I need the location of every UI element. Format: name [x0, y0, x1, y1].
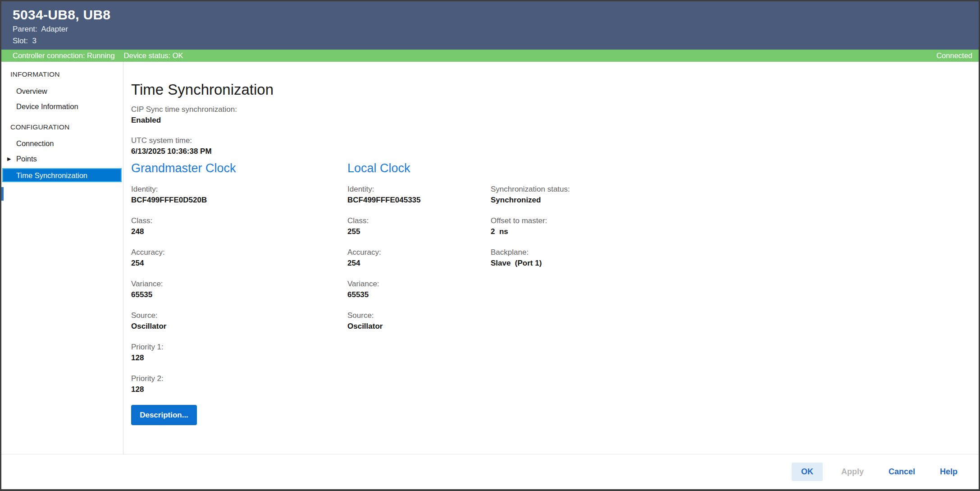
device-status: Device status: OK: [124, 51, 183, 60]
field-sync-status: Synchronization status: Synchronized: [491, 184, 689, 206]
device-properties-window: 5034-UB8, UB8 Parent: Adapter Slot: 3 Co…: [0, 0, 980, 491]
sidebar-item-overview[interactable]: Overview: [16, 86, 47, 96]
field-label: Variance:: [347, 279, 546, 289]
field-label: Variance:: [131, 279, 329, 289]
device-title: 5034-UB8, UB8: [13, 7, 979, 23]
footer: OK Apply Cancel Help: [1, 454, 979, 489]
help-button[interactable]: Help: [934, 463, 964, 481]
field-label: Source:: [347, 310, 546, 321]
field-label: Source:: [131, 310, 329, 321]
description-button[interactable]: Description...: [131, 405, 197, 425]
field-label: Class:: [131, 216, 329, 226]
field-value: 2 ns: [491, 226, 689, 237]
field-value: Synchronized: [491, 195, 689, 206]
field-label: CIP Sync time synchronization:: [131, 104, 237, 115]
sidebar-item-time-synchronization[interactable]: Time Synchronization: [2, 168, 122, 182]
status-bar: Controller connection: Running Device st…: [1, 50, 979, 62]
expand-arrow-icon[interactable]: ▶: [7, 154, 11, 164]
field-offset-to-master: Offset to master: 2 ns: [491, 216, 689, 237]
device-parent: Parent: Adapter: [13, 24, 979, 34]
field-label: Identity:: [131, 184, 329, 195]
connection-state-badge: Connected: [936, 51, 972, 60]
grandmaster-clock-column: Identity: BCF499FFFE0D520B Class: 248 Ac…: [131, 184, 329, 425]
focus-indicator: [1, 187, 4, 201]
field-value: 248: [131, 226, 329, 237]
field-value: 65535: [347, 289, 546, 300]
field-label: Priority 2:: [131, 373, 329, 384]
field-label: Backplane:: [491, 247, 689, 258]
ok-button[interactable]: OK: [792, 463, 823, 481]
sidebar-item-device-information[interactable]: Device Information: [16, 101, 78, 111]
field-gm-identity: Identity: BCF499FFFE0D520B: [131, 184, 329, 206]
main-panel: Time Synchronization CIP Sync time synch…: [124, 62, 979, 454]
header: 5034-UB8, UB8 Parent: Adapter Slot: 3: [1, 1, 979, 50]
field-local-source: Source: Oscillator: [347, 310, 546, 332]
field-label: Accuracy:: [131, 247, 329, 258]
sync-status-column: Synchronization status: Synchronized Off…: [491, 184, 689, 279]
sidebar-section-configuration: CONFIGURATION: [10, 123, 69, 132]
field-label: Priority 1:: [131, 342, 329, 353]
field-gm-variance: Variance: 65535: [131, 279, 329, 300]
grandmaster-clock-heading: Grandmaster Clock: [131, 161, 236, 176]
sidebar: INFORMATION Overview Device Information …: [1, 62, 123, 454]
field-value: 6/13/2025 10:36:38 PM: [131, 146, 212, 157]
apply-button[interactable]: Apply: [835, 463, 870, 481]
sidebar-item-connection[interactable]: Connection: [16, 138, 54, 148]
device-slot: Slot: 3: [13, 36, 979, 46]
field-gm-priority2: Priority 2: 128: [131, 373, 329, 395]
field-gm-source: Source: Oscillator: [131, 310, 329, 332]
field-value: 254: [131, 258, 329, 269]
field-value: 128: [131, 353, 329, 363]
field-backplane: Backplane: Slave (Port 1): [491, 247, 689, 269]
page-title: Time Synchronization: [131, 81, 273, 99]
field-gm-class: Class: 248: [131, 216, 329, 237]
local-clock-heading: Local Clock: [347, 161, 410, 176]
field-value: Oscillator: [131, 321, 329, 332]
field-gm-accuracy: Accuracy: 254: [131, 247, 329, 269]
field-cip-sync: CIP Sync time synchronization: Enabled: [131, 104, 237, 126]
sidebar-item-points[interactable]: Points: [16, 154, 37, 164]
field-value: Enabled: [131, 115, 237, 126]
cancel-button[interactable]: Cancel: [882, 463, 921, 481]
field-label: UTC system time:: [131, 135, 212, 146]
field-value: 65535: [131, 289, 329, 300]
field-gm-priority1: Priority 1: 128: [131, 342, 329, 363]
field-utc-system-time: UTC system time: 6/13/2025 10:36:38 PM: [131, 135, 212, 157]
field-value: Oscillator: [347, 321, 546, 332]
field-label: Offset to master:: [491, 216, 689, 226]
sidebar-section-information: INFORMATION: [10, 70, 60, 79]
field-value: Slave (Port 1): [491, 258, 689, 269]
field-local-variance: Variance: 65535: [347, 279, 546, 300]
controller-connection-status: Controller connection: Running: [13, 51, 115, 60]
field-value: BCF499FFFE0D520B: [131, 195, 329, 206]
field-value: 128: [131, 384, 329, 395]
field-label: Synchronization status:: [491, 184, 689, 195]
